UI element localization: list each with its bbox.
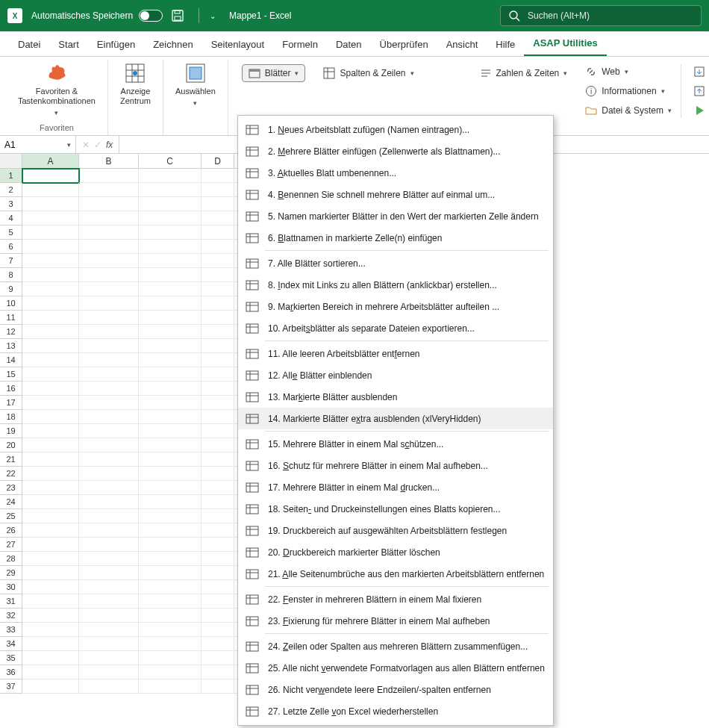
cell[interactable] bbox=[139, 396, 202, 410]
cell[interactable] bbox=[202, 282, 234, 296]
cell[interactable] bbox=[139, 353, 202, 367]
cell[interactable] bbox=[79, 623, 139, 637]
menu-item-23[interactable]: 23. Fixierung für mehrere Blätter in ein… bbox=[238, 610, 553, 632]
cell[interactable] bbox=[202, 296, 234, 311]
tab-asap-utilities[interactable]: ASAP Utilities bbox=[524, 31, 606, 56]
favorites-button[interactable]: Favoriten & Tastenkombinationen ▾ bbox=[13, 60, 100, 120]
menu-item-24[interactable]: 24. Zeilen oder Spalten aus mehreren Blä… bbox=[238, 635, 553, 657]
cell[interactable] bbox=[202, 679, 234, 694]
enter-icon[interactable]: ✓ bbox=[94, 140, 101, 150]
cell[interactable] bbox=[202, 580, 234, 594]
cell[interactable] bbox=[22, 282, 79, 296]
cell[interactable] bbox=[79, 637, 139, 651]
cell[interactable] bbox=[202, 211, 234, 225]
cell[interactable] bbox=[202, 254, 234, 268]
export-dropdown[interactable]: Export bbox=[690, 84, 709, 99]
cell[interactable] bbox=[139, 410, 202, 424]
row-header[interactable]: 18 bbox=[0, 410, 22, 424]
menu-item-7[interactable]: 7. Alle Blätter sortieren... bbox=[238, 252, 553, 274]
menu-item-3[interactable]: 3. Aktuelles Blatt umbenennen... bbox=[238, 162, 553, 184]
cell[interactable] bbox=[202, 438, 234, 452]
menu-item-19[interactable]: 19. Druckbereich auf ausgewählten Arbeit… bbox=[238, 520, 553, 541]
cell[interactable] bbox=[202, 169, 234, 183]
menu-item-11[interactable]: 11. Alle leeren Arbeitsblätter entfernen bbox=[238, 343, 553, 364]
row-header[interactable]: 8 bbox=[0, 268, 22, 282]
row-header[interactable]: 31 bbox=[0, 594, 22, 609]
menu-item-15[interactable]: 15. Mehrere Blätter in einem Mal schütze… bbox=[238, 433, 553, 455]
cell[interactable] bbox=[79, 609, 139, 623]
cell[interactable] bbox=[22, 495, 79, 509]
menu-item-5[interactable]: 5. Namen markierter Blätter in den Wert … bbox=[238, 205, 553, 227]
cell[interactable] bbox=[202, 410, 234, 424]
menu-item-22[interactable]: 22. Fenster in mehreren Blättern in eine… bbox=[238, 588, 553, 610]
cell[interactable] bbox=[202, 311, 234, 325]
cell[interactable] bbox=[79, 566, 139, 580]
row-header[interactable]: 20 bbox=[0, 438, 22, 452]
cell[interactable] bbox=[202, 523, 234, 538]
datei-dropdown[interactable]: Datei & System▾ bbox=[582, 103, 675, 118]
autosave-toggle[interactable]: Automatisches Speichern bbox=[31, 10, 163, 22]
row-header[interactable]: 3 bbox=[0, 197, 22, 211]
cell[interactable] bbox=[79, 367, 139, 382]
cell[interactable] bbox=[79, 240, 139, 254]
row-header[interactable]: 17 bbox=[0, 396, 22, 410]
column-header[interactable]: B bbox=[79, 154, 139, 169]
row-header[interactable]: 1 bbox=[0, 169, 22, 183]
import-dropdown[interactable]: Import bbox=[690, 64, 709, 79]
cell[interactable] bbox=[22, 339, 79, 353]
cell[interactable] bbox=[202, 240, 234, 254]
cell[interactable] bbox=[139, 268, 202, 282]
cell[interactable] bbox=[22, 609, 79, 623]
cell[interactable] bbox=[139, 679, 202, 694]
cell[interactable] bbox=[79, 438, 139, 452]
cell[interactable] bbox=[202, 665, 234, 679]
menu-item-12[interactable]: 12. Alle Blätter einblenden bbox=[238, 364, 553, 386]
row-header[interactable]: 36 bbox=[0, 665, 22, 679]
web-dropdown[interactable]: Web▾ bbox=[582, 64, 675, 79]
cell[interactable] bbox=[79, 225, 139, 240]
cell[interactable] bbox=[79, 211, 139, 225]
cell[interactable] bbox=[139, 311, 202, 325]
menu-item-26[interactable]: 26. Nicht verwendete leere Endzeilen/-sp… bbox=[238, 679, 553, 700]
cell[interactable] bbox=[79, 523, 139, 538]
cell[interactable] bbox=[202, 353, 234, 367]
cell[interactable] bbox=[139, 452, 202, 467]
cell[interactable] bbox=[79, 396, 139, 410]
row-header[interactable]: 34 bbox=[0, 637, 22, 651]
cell[interactable] bbox=[22, 467, 79, 481]
cell[interactable] bbox=[139, 637, 202, 651]
row-header[interactable]: 7 bbox=[0, 254, 22, 268]
cell[interactable] bbox=[22, 183, 79, 197]
cell[interactable] bbox=[22, 509, 79, 523]
cell[interactable] bbox=[22, 438, 79, 452]
cell[interactable] bbox=[139, 665, 202, 679]
cell[interactable] bbox=[79, 580, 139, 594]
cell[interactable] bbox=[79, 594, 139, 609]
cell[interactable] bbox=[139, 296, 202, 311]
cell[interactable] bbox=[22, 665, 79, 679]
cell[interactable] bbox=[139, 325, 202, 339]
fx-icon[interactable]: fx bbox=[106, 140, 113, 150]
cell[interactable] bbox=[79, 353, 139, 367]
cell[interactable] bbox=[79, 311, 139, 325]
cell[interactable] bbox=[139, 580, 202, 594]
row-header[interactable]: 15 bbox=[0, 367, 22, 382]
cell[interactable] bbox=[139, 367, 202, 382]
cell[interactable] bbox=[139, 609, 202, 623]
cell[interactable] bbox=[22, 311, 79, 325]
cell[interactable] bbox=[139, 566, 202, 580]
cell[interactable] bbox=[22, 594, 79, 609]
menu-item-17[interactable]: 17. Mehrere Blätter in einem Mal drucken… bbox=[238, 476, 553, 498]
cell[interactable] bbox=[79, 665, 139, 679]
menu-item-9[interactable]: 9. Markierten Bereich in mehrere Arbeits… bbox=[238, 296, 553, 317]
row-header[interactable]: 22 bbox=[0, 467, 22, 481]
tab-ansicht[interactable]: Ansicht bbox=[437, 33, 487, 56]
menu-item-16[interactable]: 16. Schutz für mehrere Blätter in einem … bbox=[238, 455, 553, 476]
tab-seitenlayout[interactable]: Seitenlayout bbox=[202, 33, 274, 56]
cell[interactable] bbox=[79, 183, 139, 197]
row-header[interactable]: 30 bbox=[0, 580, 22, 594]
cell[interactable] bbox=[22, 566, 79, 580]
row-header[interactable]: 27 bbox=[0, 538, 22, 552]
cell[interactable] bbox=[139, 495, 202, 509]
cell[interactable] bbox=[139, 197, 202, 211]
